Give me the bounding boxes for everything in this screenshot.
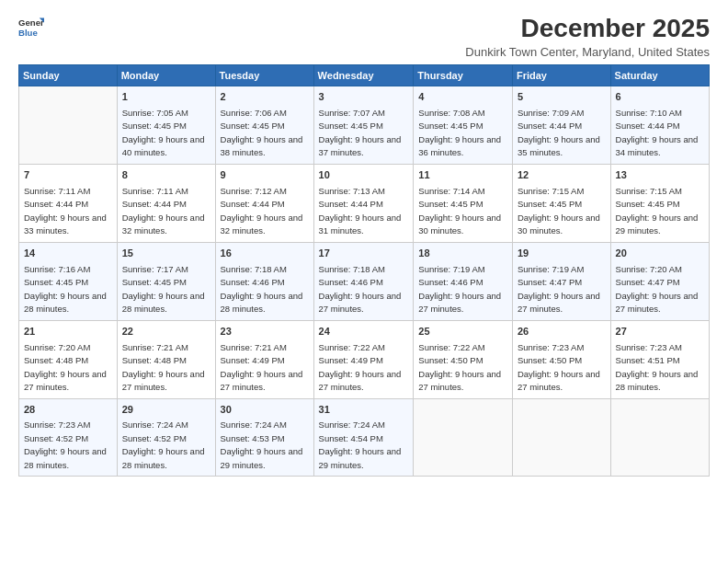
table-row: 5Sunrise: 7:09 AMSunset: 4:44 PMDaylight… bbox=[512, 86, 610, 164]
calendar-header: Sunday Monday Tuesday Wednesday Thursday… bbox=[19, 64, 710, 86]
cell-info: Sunrise: 7:18 AMSunset: 4:46 PMDaylight:… bbox=[319, 264, 402, 315]
cell-info: Sunrise: 7:16 AMSunset: 4:45 PMDaylight:… bbox=[24, 264, 107, 315]
day-number: 22 bbox=[122, 325, 210, 339]
cell-info: Sunrise: 7:23 AMSunset: 4:50 PMDaylight:… bbox=[518, 342, 600, 393]
day-number: 14 bbox=[24, 247, 112, 261]
table-row: 30Sunrise: 7:24 AMSunset: 4:53 PMDayligh… bbox=[215, 398, 313, 477]
day-number: 7 bbox=[24, 168, 112, 183]
day-number: 8 bbox=[122, 168, 210, 183]
day-number: 27 bbox=[616, 325, 704, 339]
location-subtitle: Dunkirk Town Center, Maryland, United St… bbox=[465, 45, 710, 59]
day-number: 3 bbox=[319, 90, 409, 105]
svg-text:Blue: Blue bbox=[18, 28, 38, 38]
table-row: 20Sunrise: 7:20 AMSunset: 4:47 PMDayligh… bbox=[610, 242, 709, 320]
col-tuesday: Tuesday bbox=[215, 64, 313, 86]
cell-info: Sunrise: 7:10 AMSunset: 4:44 PMDaylight:… bbox=[616, 108, 699, 158]
day-number: 10 bbox=[319, 168, 409, 183]
cell-info: Sunrise: 7:23 AMSunset: 4:52 PMDaylight:… bbox=[24, 419, 107, 470]
cell-info: Sunrise: 7:19 AMSunset: 4:46 PMDaylight:… bbox=[418, 264, 501, 315]
col-sunday: Sunday bbox=[19, 64, 118, 86]
table-row: 24Sunrise: 7:22 AMSunset: 4:49 PMDayligh… bbox=[313, 320, 414, 398]
calendar-row: 1Sunrise: 7:05 AMSunset: 4:45 PMDaylight… bbox=[19, 86, 710, 164]
cell-info: Sunrise: 7:22 AMSunset: 4:50 PMDaylight:… bbox=[418, 342, 501, 393]
cell-info: Sunrise: 7:23 AMSunset: 4:51 PMDaylight:… bbox=[616, 342, 699, 393]
cell-info: Sunrise: 7:05 AMSunset: 4:45 PMDaylight:… bbox=[122, 108, 205, 158]
day-number: 4 bbox=[418, 90, 507, 105]
table-row: 21Sunrise: 7:20 AMSunset: 4:48 PMDayligh… bbox=[19, 320, 118, 398]
table-row: 22Sunrise: 7:21 AMSunset: 4:48 PMDayligh… bbox=[117, 320, 215, 398]
col-saturday: Saturday bbox=[610, 64, 709, 86]
col-monday: Monday bbox=[117, 64, 215, 86]
table-row: 12Sunrise: 7:15 AMSunset: 4:45 PMDayligh… bbox=[512, 164, 610, 242]
table-row: 7Sunrise: 7:11 AMSunset: 4:44 PMDaylight… bbox=[19, 164, 118, 242]
table-row: 1Sunrise: 7:05 AMSunset: 4:45 PMDaylight… bbox=[117, 86, 215, 164]
table-row bbox=[610, 398, 709, 477]
day-number: 19 bbox=[518, 247, 606, 261]
cell-info: Sunrise: 7:12 AMSunset: 4:44 PMDaylight:… bbox=[221, 186, 303, 236]
cell-info: Sunrise: 7:08 AMSunset: 4:45 PMDaylight:… bbox=[418, 108, 501, 158]
day-number: 24 bbox=[319, 325, 409, 339]
table-row: 27Sunrise: 7:23 AMSunset: 4:51 PMDayligh… bbox=[610, 320, 709, 398]
table-row: 31Sunrise: 7:24 AMSunset: 4:54 PMDayligh… bbox=[313, 398, 414, 477]
day-number: 1 bbox=[122, 90, 210, 105]
table-row: 17Sunrise: 7:18 AMSunset: 4:46 PMDayligh… bbox=[313, 242, 414, 320]
table-row: 11Sunrise: 7:14 AMSunset: 4:45 PMDayligh… bbox=[414, 164, 513, 242]
title-block: December 2025 Dunkirk Town Center, Maryl… bbox=[465, 15, 710, 59]
table-row: 25Sunrise: 7:22 AMSunset: 4:50 PMDayligh… bbox=[414, 320, 513, 398]
day-number: 16 bbox=[221, 247, 309, 261]
table-row: 14Sunrise: 7:16 AMSunset: 4:45 PMDayligh… bbox=[19, 242, 118, 320]
cell-info: Sunrise: 7:20 AMSunset: 4:48 PMDaylight:… bbox=[24, 342, 107, 393]
calendar-page: General Blue December 2025 Dunkirk Town … bbox=[0, 0, 728, 563]
table-row: 9Sunrise: 7:12 AMSunset: 4:44 PMDaylight… bbox=[215, 164, 313, 242]
calendar-row: 28Sunrise: 7:23 AMSunset: 4:52 PMDayligh… bbox=[19, 398, 710, 477]
day-number: 31 bbox=[319, 403, 409, 418]
cell-info: Sunrise: 7:18 AMSunset: 4:46 PMDaylight:… bbox=[221, 264, 303, 315]
day-number: 12 bbox=[518, 168, 606, 183]
cell-info: Sunrise: 7:21 AMSunset: 4:49 PMDaylight:… bbox=[221, 342, 303, 393]
calendar-row: 7Sunrise: 7:11 AMSunset: 4:44 PMDaylight… bbox=[19, 164, 710, 242]
day-number: 29 bbox=[122, 403, 210, 418]
col-friday: Friday bbox=[512, 64, 610, 86]
cell-info: Sunrise: 7:06 AMSunset: 4:45 PMDaylight:… bbox=[221, 108, 303, 158]
cell-info: Sunrise: 7:17 AMSunset: 4:45 PMDaylight:… bbox=[122, 264, 205, 315]
table-row: 26Sunrise: 7:23 AMSunset: 4:50 PMDayligh… bbox=[512, 320, 610, 398]
day-number: 25 bbox=[418, 325, 507, 339]
cell-info: Sunrise: 7:11 AMSunset: 4:44 PMDaylight:… bbox=[122, 186, 205, 236]
day-number: 30 bbox=[221, 403, 309, 418]
day-number: 5 bbox=[518, 90, 606, 105]
day-number: 26 bbox=[518, 325, 606, 339]
table-row: 19Sunrise: 7:19 AMSunset: 4:47 PMDayligh… bbox=[512, 242, 610, 320]
day-number: 11 bbox=[418, 168, 507, 183]
svg-text:General: General bbox=[18, 17, 44, 28]
table-row: 6Sunrise: 7:10 AMSunset: 4:44 PMDaylight… bbox=[610, 86, 709, 164]
table-row bbox=[19, 86, 118, 164]
month-title: December 2025 bbox=[465, 15, 710, 43]
table-row: 18Sunrise: 7:19 AMSunset: 4:46 PMDayligh… bbox=[414, 242, 513, 320]
day-number: 20 bbox=[616, 247, 704, 261]
cell-info: Sunrise: 7:22 AMSunset: 4:49 PMDaylight:… bbox=[319, 342, 402, 393]
cell-info: Sunrise: 7:14 AMSunset: 4:45 PMDaylight:… bbox=[418, 186, 501, 236]
table-row: 28Sunrise: 7:23 AMSunset: 4:52 PMDayligh… bbox=[19, 398, 118, 477]
col-thursday: Thursday bbox=[414, 64, 513, 86]
day-number: 28 bbox=[24, 403, 112, 418]
table-row: 3Sunrise: 7:07 AMSunset: 4:45 PMDaylight… bbox=[313, 86, 414, 164]
cell-info: Sunrise: 7:15 AMSunset: 4:45 PMDaylight:… bbox=[518, 186, 600, 236]
table-row: 29Sunrise: 7:24 AMSunset: 4:52 PMDayligh… bbox=[117, 398, 215, 477]
calendar-row: 14Sunrise: 7:16 AMSunset: 4:45 PMDayligh… bbox=[19, 242, 710, 320]
header: General Blue December 2025 Dunkirk Town … bbox=[18, 15, 710, 59]
logo-icon: General Blue bbox=[18, 15, 44, 40]
cell-info: Sunrise: 7:15 AMSunset: 4:45 PMDaylight:… bbox=[616, 186, 699, 236]
cell-info: Sunrise: 7:24 AMSunset: 4:52 PMDaylight:… bbox=[122, 419, 205, 470]
table-row: 4Sunrise: 7:08 AMSunset: 4:45 PMDaylight… bbox=[414, 86, 513, 164]
cell-info: Sunrise: 7:24 AMSunset: 4:53 PMDaylight:… bbox=[221, 419, 303, 470]
day-number: 6 bbox=[616, 90, 704, 105]
day-number: 15 bbox=[122, 247, 210, 261]
calendar-body: 1Sunrise: 7:05 AMSunset: 4:45 PMDaylight… bbox=[19, 86, 710, 477]
day-number: 21 bbox=[24, 325, 112, 339]
table-row: 15Sunrise: 7:17 AMSunset: 4:45 PMDayligh… bbox=[117, 242, 215, 320]
day-number: 18 bbox=[418, 247, 507, 261]
table-row: 23Sunrise: 7:21 AMSunset: 4:49 PMDayligh… bbox=[215, 320, 313, 398]
cell-info: Sunrise: 7:20 AMSunset: 4:47 PMDaylight:… bbox=[616, 264, 699, 315]
table-row bbox=[414, 398, 513, 477]
cell-info: Sunrise: 7:11 AMSunset: 4:44 PMDaylight:… bbox=[24, 186, 107, 236]
